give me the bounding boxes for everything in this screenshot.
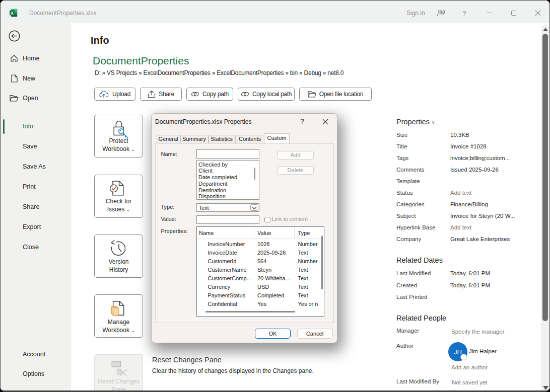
svg-text:X: X: [11, 10, 14, 16]
